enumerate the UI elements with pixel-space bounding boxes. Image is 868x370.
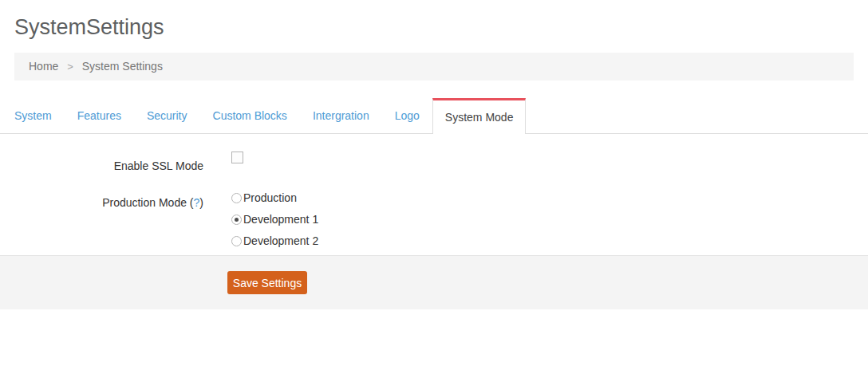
- form-row-production-mode: Production Mode (?) ProductionDevelopmen…: [0, 190, 868, 249]
- tab-system[interactable]: System: [2, 98, 65, 133]
- radio-button-development-2[interactable]: [231, 236, 242, 246]
- radio-button-development-1[interactable]: [231, 215, 242, 225]
- enable-ssl-label: Enable SSL Mode: [0, 152, 203, 172]
- tab-bar: SystemFeaturesSecurityCustom BlocksInter…: [0, 98, 868, 134]
- tab-custom-blocks[interactable]: Custom Blocks: [200, 98, 300, 133]
- form-row-enable-ssl: Enable SSL Mode: [0, 152, 868, 172]
- breadcrumb-home[interactable]: Home: [29, 60, 58, 73]
- tab-system-mode[interactable]: System Mode: [432, 98, 527, 134]
- tab-security[interactable]: Security: [134, 98, 200, 133]
- system-settings-page: SystemSettings Home > System Settings Sy…: [0, 14, 868, 309]
- radio-label-development-1[interactable]: Development 1: [243, 211, 318, 227]
- page-title: SystemSettings: [14, 14, 854, 40]
- production-mode-radio-group: ProductionDevelopment 1Development 2: [231, 190, 318, 249]
- tab-logo[interactable]: Logo: [382, 98, 432, 133]
- tab-panel-system-mode: Enable SSL Mode Production Mode (?) Prod…: [0, 134, 868, 255]
- radio-label-production[interactable]: Production: [243, 190, 297, 206]
- radio-label-development-2[interactable]: Development 2: [243, 233, 318, 249]
- production-mode-label-text: Production Mode (: [102, 196, 193, 209]
- footer-action-bar: Save Settings: [0, 255, 868, 309]
- breadcrumb-current: System Settings: [82, 60, 163, 73]
- tab-intergration[interactable]: Intergration: [300, 98, 382, 133]
- tab-features[interactable]: Features: [65, 98, 134, 133]
- radio-option-production[interactable]: Production: [231, 190, 318, 206]
- breadcrumb-separator-icon: >: [67, 61, 73, 73]
- radio-option-development-1[interactable]: Development 1: [231, 211, 318, 227]
- production-mode-label-close: ): [199, 196, 203, 209]
- radio-dot: [235, 218, 239, 222]
- breadcrumb: Home > System Settings: [14, 53, 854, 81]
- radio-button-production[interactable]: [231, 193, 242, 203]
- enable-ssl-control: [231, 152, 243, 163]
- enable-ssl-checkbox[interactable]: [231, 152, 243, 163]
- radio-option-development-2[interactable]: Development 2: [231, 233, 318, 249]
- save-settings-button[interactable]: Save Settings: [227, 271, 307, 294]
- production-mode-label: Production Mode (?): [0, 190, 203, 209]
